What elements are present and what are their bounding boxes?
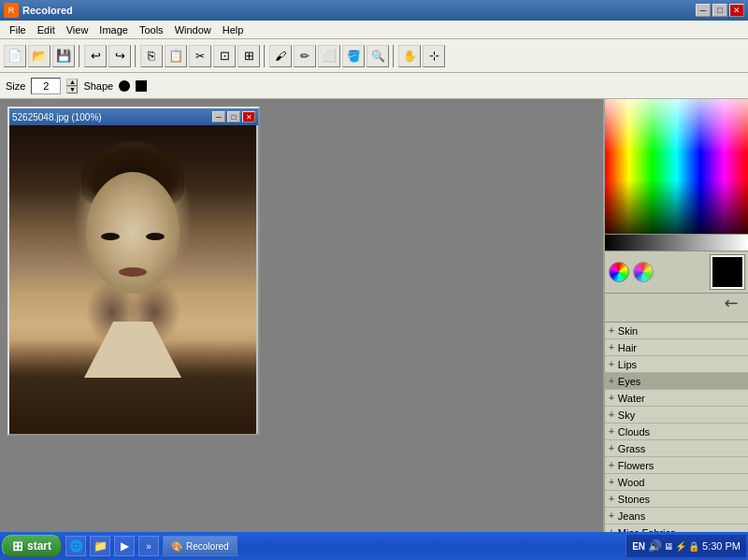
- title-bar: R Recolored ─ □ ✕: [0, 0, 748, 21]
- swap-arrow-icon[interactable]: ↙: [718, 291, 748, 322]
- taskbar-arrow-icon[interactable]: »: [138, 536, 159, 556]
- menu-tools[interactable]: Tools: [134, 22, 169, 37]
- app-icon: R: [4, 3, 19, 18]
- undo-button[interactable]: ↩: [84, 45, 107, 67]
- menu-image[interactable]: Image: [94, 22, 134, 37]
- paint-button[interactable]: 🖌: [269, 45, 292, 67]
- menu-file[interactable]: File: [4, 22, 32, 37]
- category-plus-0: +: [609, 325, 614, 336]
- zoom-button[interactable]: 🔍: [367, 45, 389, 67]
- separator-1: [79, 45, 80, 67]
- fill-button[interactable]: 🪣: [342, 45, 365, 67]
- category-item-flowers[interactable]: +Flowers: [605, 457, 748, 474]
- image-window: 52625048.jpg (100%) ─ □ ✕: [7, 107, 260, 436]
- image-minimize-btn[interactable]: ─: [212, 111, 225, 122]
- category-item-grass[interactable]: +Grass: [605, 440, 748, 457]
- new-button[interactable]: 📄: [4, 45, 26, 67]
- title-buttons: ─ □ ✕: [696, 4, 744, 17]
- category-plus-9: +: [609, 477, 614, 487]
- taskbar-recolored-label: Recolored: [186, 541, 229, 552]
- category-label-7: Grass: [618, 443, 645, 454]
- tray-extra-icon[interactable]: 🔒: [688, 541, 699, 552]
- color-gradient-overlay: [605, 99, 748, 234]
- hand-button[interactable]: ✋: [398, 45, 421, 67]
- category-plus-7: +: [609, 443, 614, 453]
- clock: 5:30 PM: [702, 540, 741, 552]
- portrait-photo: [9, 125, 256, 434]
- paste-button[interactable]: 📋: [165, 45, 187, 67]
- close-button[interactable]: ✕: [729, 4, 744, 17]
- taskbar: ⊞ start 🌐 📁 ▶ » 🎨 Recolored EN 🔊 🖥 ⚡ 🔒 5…: [0, 532, 748, 560]
- image-close-btn[interactable]: ✕: [242, 111, 255, 122]
- grayscale-bar[interactable]: [605, 235, 748, 251]
- category-label-4: Water: [618, 393, 645, 404]
- taskbar-folder-icon[interactable]: 📁: [90, 536, 110, 556]
- cut-button[interactable]: ✂: [189, 45, 211, 67]
- category-item-stones[interactable]: +Stones: [605, 491, 748, 508]
- category-item-wood[interactable]: +Wood: [605, 474, 748, 491]
- category-plus-3: +: [609, 376, 614, 386]
- eye-right: [146, 233, 165, 240]
- category-item-lips[interactable]: +Lips: [605, 356, 748, 373]
- menu-view[interactable]: View: [61, 22, 94, 37]
- color-swatch[interactable]: [711, 255, 744, 289]
- menu-help[interactable]: Help: [217, 22, 250, 37]
- zoom-fit-button[interactable]: ⊡: [213, 45, 236, 67]
- category-item-water[interactable]: +Water: [605, 390, 748, 407]
- color-gradient[interactable]: [605, 99, 748, 235]
- minimize-button[interactable]: ─: [696, 4, 711, 17]
- image-maximize-btn[interactable]: □: [227, 111, 240, 122]
- pencil-button[interactable]: ✏: [294, 45, 316, 67]
- tray-volume-icon[interactable]: 🖥: [664, 541, 673, 552]
- category-item-jeans[interactable]: +Jeans: [605, 508, 748, 524]
- category-label-2: Lips: [618, 359, 637, 370]
- tray-network-icon[interactable]: 🔊: [648, 539, 662, 553]
- title-bar-left: R Recolored: [4, 3, 73, 18]
- spin-down[interactable]: ▼: [66, 86, 78, 93]
- shape-square[interactable]: [136, 80, 147, 92]
- separator-2: [135, 45, 137, 67]
- spin-up[interactable]: ▲: [66, 79, 78, 86]
- category-plus-2: +: [609, 359, 614, 369]
- category-item-sky[interactable]: +Sky: [605, 407, 748, 424]
- shape-circle[interactable]: [119, 80, 130, 92]
- category-label-0: Skin: [618, 325, 638, 337]
- color-wheel-2[interactable]: [633, 262, 654, 282]
- category-label-3: Eyes: [618, 376, 640, 387]
- category-plus-6: +: [609, 426, 614, 437]
- separator-4: [393, 45, 395, 67]
- taskbar-recolored-btn[interactable]: 🎨 Recolored: [163, 536, 237, 556]
- category-item-hair[interactable]: +Hair: [605, 339, 748, 356]
- language-indicator: EN: [632, 541, 645, 552]
- toolbar: 📄 📂 💾 ↩ ↪ ⎘ 📋 ✂ ⊡ ⊞ 🖌 ✏ ⬜ 🪣 🔍 ✋ ⊹: [0, 39, 748, 73]
- save-button[interactable]: 💾: [52, 45, 75, 67]
- size-bar: Size ▲ ▼ Shape: [0, 73, 748, 99]
- category-item-clouds[interactable]: +Clouds: [605, 424, 748, 440]
- copy-button[interactable]: ⎘: [140, 45, 163, 67]
- category-item-eyes[interactable]: +Eyes: [605, 373, 748, 390]
- category-plus-10: +: [609, 494, 614, 504]
- taskbar-extra-icon[interactable]: ▶: [114, 536, 135, 556]
- menu-window[interactable]: Window: [169, 22, 217, 37]
- eraser-button[interactable]: ⬜: [318, 45, 340, 67]
- open-button[interactable]: 📂: [28, 45, 50, 67]
- lips-element: [119, 267, 147, 277]
- taskbar-ie-icon[interactable]: 🌐: [65, 536, 86, 556]
- category-item-skin[interactable]: +Skin: [605, 323, 748, 339]
- right-panel: ↙ +Skin+Hair+Lips+Eyes+Water+Sky+Clouds+…: [603, 99, 748, 538]
- taskbar-middle: 🌐 📁 ▶ » 🎨 Recolored: [62, 536, 626, 556]
- redo-button[interactable]: ↪: [108, 45, 131, 67]
- category-label-8: Flowers: [618, 460, 654, 471]
- color-wheel-1[interactable]: [609, 262, 629, 282]
- maximize-button[interactable]: □: [712, 4, 727, 17]
- category-label-9: Wood: [618, 477, 645, 488]
- taskbar-recolored-icon: 🎨: [171, 541, 182, 552]
- title-text: Recolored: [22, 5, 73, 16]
- tray-shield-icon[interactable]: ⚡: [675, 541, 686, 552]
- zoom-100-button[interactable]: ⊞: [237, 45, 260, 67]
- select-button[interactable]: ⊹: [423, 45, 445, 67]
- menu-edit[interactable]: Edit: [32, 22, 61, 37]
- start-button[interactable]: ⊞ start: [2, 535, 62, 557]
- size-input[interactable]: [31, 78, 61, 94]
- system-tray: EN 🔊 🖥 ⚡ 🔒 5:30 PM: [626, 535, 746, 557]
